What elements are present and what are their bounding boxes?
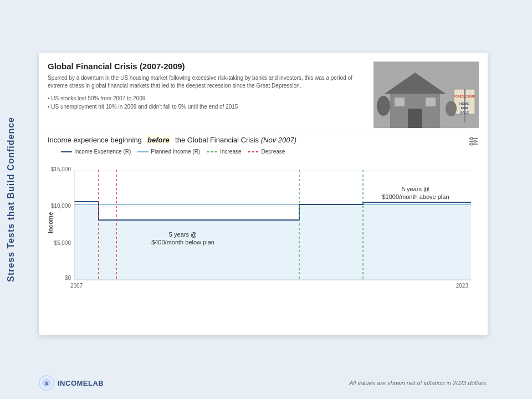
chart-area: $15,000 $10,000 $5,000 $0 Income — [44, 159, 488, 292]
svg-text:2023: 2023 — [456, 283, 469, 289]
svg-rect-7 — [464, 89, 466, 122]
chart-title: Income experience beginning before the G… — [48, 136, 479, 144]
legend-line-planned-income — [137, 151, 149, 152]
svg-text:FORECLOSURE: FORECLOSURE — [454, 95, 475, 98]
crisis-image: FORECLOSURE HOME FOR SALE — [374, 62, 479, 128]
legend-increase: Increase — [207, 149, 241, 155]
svg-text:HOME: HOME — [459, 102, 469, 105]
crisis-bullet-2: US unemployment hit 10% in 2009 and didn… — [48, 103, 368, 111]
svg-rect-3 — [408, 109, 422, 128]
svg-rect-5 — [426, 98, 436, 106]
footer: $ INCOMELAB All values are shown net of … — [39, 375, 532, 391]
svg-text:SALE: SALE — [460, 111, 469, 114]
filter-button[interactable] — [468, 136, 479, 149]
chart-legend: Income Experience (R) Planned Income (R)… — [39, 149, 488, 155]
crisis-title: Global Financial Crisis (2007-2009) — [48, 62, 368, 71]
legend-income-exp: Income Experience (R) — [61, 149, 131, 155]
crisis-header: Global Financial Crisis (2007-2009) Spur… — [39, 53, 488, 130]
svg-rect-19 — [470, 143, 473, 145]
logo-icon: $ — [39, 375, 54, 391]
svg-text:$0: $0 — [65, 275, 71, 281]
svg-text:$5,000: $5,000 — [54, 240, 71, 246]
svg-text:$400/month  below plan: $400/month below plan — [151, 239, 214, 245]
legend-line-increase — [207, 151, 218, 152]
legend-planned-income: Planned Income (R) — [137, 149, 200, 155]
main-card: Global Financial Crisis (2007-2009) Spur… — [39, 53, 488, 335]
crisis-description: Spurred by a downturn in the US housing … — [48, 74, 368, 90]
legend-decrease: Decrease — [248, 149, 285, 155]
logo-area: $ INCOMELAB — [39, 375, 104, 391]
crisis-text: Global Financial Crisis (2007-2009) Spur… — [48, 62, 374, 123]
svg-text:$15,000: $15,000 — [51, 166, 71, 172]
svg-text:5 years @: 5 years @ — [169, 231, 197, 238]
chart-title-area: Income experience beginning before the G… — [39, 130, 488, 144]
svg-rect-17 — [470, 137, 473, 140]
svg-rect-18 — [474, 140, 476, 142]
svg-text:5 years @: 5 years @ — [402, 186, 429, 192]
svg-text:2007: 2007 — [70, 283, 83, 289]
legend-line-income-exp — [61, 151, 72, 152]
sidebar-label: Stress Tests that Build Confidence — [0, 0, 22, 399]
svg-text:$1000/month  above plan: $1000/month above plan — [382, 193, 449, 200]
svg-point-12 — [377, 96, 390, 116]
svg-point-13 — [446, 101, 457, 116]
chart-highlight: before — [146, 135, 171, 145]
crisis-bullet-1: US stocks lost 50% from 2007 to 2009 — [48, 94, 368, 103]
svg-text:FOR: FOR — [461, 106, 468, 110]
svg-rect-4 — [395, 98, 405, 106]
footer-note: All values are shown net of inflation in… — [349, 380, 488, 386]
svg-text:$: $ — [45, 381, 48, 386]
legend-line-decrease — [248, 151, 259, 152]
crisis-bullets: US stocks lost 50% from 2007 to 2009 US … — [48, 94, 368, 111]
logo-text: INCOMELAB — [58, 379, 104, 387]
svg-text:$10,000: $10,000 — [51, 203, 71, 209]
svg-text:Income: Income — [47, 212, 54, 234]
